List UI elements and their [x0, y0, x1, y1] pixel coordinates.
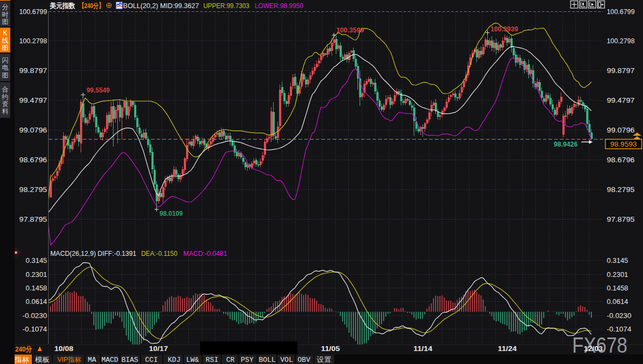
- svg-text:11/14: 11/14: [414, 345, 433, 353]
- svg-text:料: 料: [2, 108, 9, 115]
- svg-text:100.6799: 100.6799: [607, 8, 635, 16]
- svg-text:CR: CR: [226, 356, 235, 364]
- svg-text:RSI: RSI: [206, 356, 218, 364]
- svg-text:97.8795: 97.8795: [607, 215, 635, 223]
- svg-text:100.6799: 100.6799: [19, 8, 48, 16]
- svg-text:图: 图: [2, 71, 9, 79]
- svg-text:99.5549: 99.5549: [87, 86, 110, 94]
- svg-text:DEA:-0.1150: DEA:-0.1150: [141, 249, 177, 257]
- svg-text:UPPER:99.7303: UPPER:99.7303: [203, 2, 249, 10]
- svg-text:99.0796: 99.0796: [19, 126, 48, 134]
- svg-text:98.6796: 98.6796: [607, 156, 635, 164]
- svg-text:OBV: OBV: [297, 356, 310, 364]
- svg-text:KDJ: KDJ: [168, 356, 180, 364]
- svg-text:图: 图: [2, 44, 9, 51]
- svg-text:97.8795: 97.8795: [19, 215, 48, 223]
- svg-text:时: 时: [2, 11, 9, 18]
- svg-text:99.0796: 99.0796: [607, 126, 635, 134]
- svg-text:线: 线: [2, 37, 9, 44]
- svg-text:合: 合: [2, 85, 9, 93]
- svg-text:99.8797: 99.8797: [607, 67, 635, 75]
- svg-text:98.9426: 98.9426: [554, 140, 578, 148]
- svg-text:美元指数: 美元指数: [49, 2, 75, 10]
- svg-text:11/05: 11/05: [321, 345, 341, 353]
- svg-text:MACD(26,12,9) DIFF:-0.1391: MACD(26,12,9) DIFF:-0.1391: [50, 249, 136, 257]
- svg-text:10/08: 10/08: [55, 345, 74, 353]
- svg-text:240分: 240分: [15, 345, 32, 353]
- svg-text:LOWER:98.9950: LOWER:98.9950: [255, 2, 303, 10]
- svg-text:100.2798: 100.2798: [607, 37, 635, 45]
- svg-text:PSY: PSY: [241, 356, 254, 364]
- svg-text:MACD: MACD: [101, 356, 118, 364]
- svg-text:0.3145: 0.3145: [607, 256, 628, 264]
- svg-text:98.2795: 98.2795: [607, 186, 635, 194]
- svg-text:99.8797: 99.8797: [19, 67, 48, 75]
- svg-text:-0.1074: -0.1074: [607, 325, 632, 333]
- svg-text:【240分】: 【240分】: [79, 2, 104, 10]
- svg-text:-0.0230: -0.0230: [607, 312, 632, 320]
- svg-text:12/03: 12/03: [584, 345, 603, 353]
- svg-text:0.1458: 0.1458: [26, 284, 48, 292]
- svg-text:MACD:-0.0481: MACD:-0.0481: [183, 249, 227, 257]
- svg-text:98.6796: 98.6796: [19, 156, 48, 164]
- svg-text:11/24: 11/24: [498, 345, 518, 353]
- svg-text:BIAS: BIAS: [121, 356, 138, 364]
- svg-text:资: 资: [2, 100, 9, 108]
- svg-text:99.4797: 99.4797: [607, 96, 635, 104]
- svg-text:10/17: 10/17: [149, 345, 168, 353]
- svg-text:99.4797: 99.4797: [19, 96, 48, 104]
- svg-text:VIP指标: VIP指标: [57, 356, 81, 363]
- svg-text:98.9593: 98.9593: [611, 140, 637, 148]
- svg-text:-0.0230: -0.0230: [23, 312, 48, 320]
- svg-text:指标: 指标: [14, 356, 30, 363]
- svg-text:图: 图: [2, 18, 9, 25]
- svg-text:BOLL(20,2) MID:99.3627: BOLL(20,2) MID:99.3627: [123, 2, 200, 10]
- svg-text:LW&: LW&: [186, 356, 199, 364]
- svg-text:设置: 设置: [317, 356, 332, 363]
- svg-text:0.2301: 0.2301: [26, 270, 48, 279]
- svg-text:CCI: CCI: [145, 356, 157, 364]
- svg-text:0.0614: 0.0614: [607, 297, 628, 306]
- svg-text:K: K: [3, 29, 7, 37]
- svg-text:0.1458: 0.1458: [607, 284, 628, 292]
- svg-text:闪: 闪: [2, 56, 9, 64]
- svg-text:100.3599: 100.3599: [336, 26, 364, 34]
- svg-text:0.3145: 0.3145: [26, 256, 48, 264]
- svg-text:分: 分: [2, 3, 9, 11]
- svg-text:0.2301: 0.2301: [607, 270, 628, 279]
- svg-text:约: 约: [2, 93, 9, 101]
- svg-text:MA: MA: [88, 356, 96, 364]
- svg-text:100.2798: 100.2798: [19, 37, 48, 45]
- svg-text:-0.1074: -0.1074: [23, 325, 48, 333]
- svg-text:模板: 模板: [35, 356, 50, 363]
- svg-text:0.0614: 0.0614: [26, 297, 48, 306]
- svg-text:98.2795: 98.2795: [19, 186, 48, 194]
- svg-text:VOL: VOL: [280, 356, 293, 364]
- svg-text:100.3939: 100.3939: [490, 25, 518, 33]
- svg-text:98.0109: 98.0109: [160, 209, 183, 217]
- svg-text:BOLL: BOLL: [258, 356, 275, 364]
- svg-text:电: 电: [2, 64, 9, 71]
